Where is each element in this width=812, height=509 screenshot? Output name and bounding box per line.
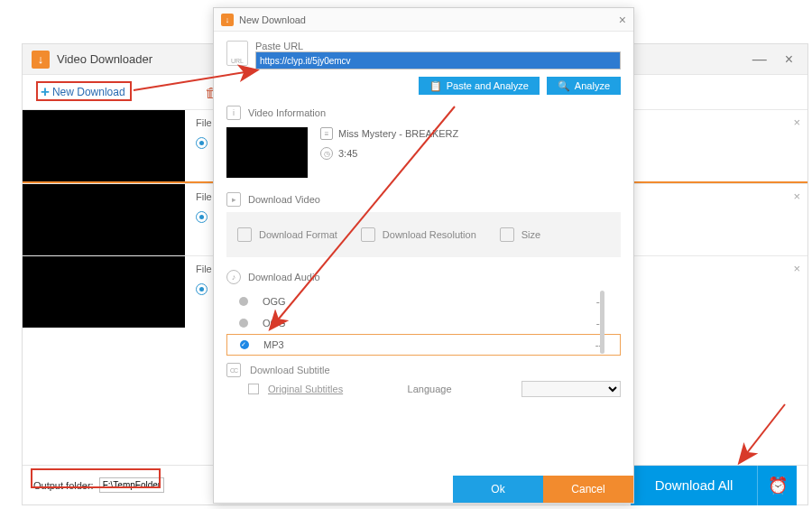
radio-selected-icon [240,340,249,349]
scrollbar[interactable] [600,291,604,354]
video-title: Miss Mystery - BREAKERZ [338,128,458,139]
close-button[interactable]: × [785,51,793,68]
paste-url-label: Paste URL [255,41,621,51]
output-folder-label: Output folder: [33,480,94,491]
resolution-icon [361,227,375,242]
url-input[interactable] [255,51,621,69]
plus-icon: + [41,83,50,101]
original-subtitles-checkbox[interactable] [248,384,259,394]
video-thumbnail [226,127,308,178]
audio-options: OGG -- OGG -- MP3 -- [226,290,621,356]
info-icon: i [226,106,241,120]
video-info: ≡ Miss Mystery - BREAKERZ ◷ 3:45 [226,127,621,178]
format-icon [237,227,252,242]
original-subtitles-label: Original Subtitles [268,384,343,394]
minimize-button[interactable]: — [752,51,767,68]
audio-option[interactable]: OGG -- [226,312,621,334]
language-select[interactable] [521,381,621,397]
download-subtitle-label: Download Subtitle [250,365,330,375]
cancel-button[interactable]: Cancel [543,476,633,503]
analyze-button[interactable]: 🔍 Analyze [547,77,621,95]
new-download-button[interactable]: + New Download [33,81,133,103]
audio-section-icon: ♪ [226,270,241,284]
dialog-titlebar: ↓ New Download × [214,8,633,32]
audio-icon [196,283,208,295]
radio-icon [239,297,248,306]
video-icon: ▸ [226,192,241,207]
download-audio-label: Download Audio [248,272,320,282]
audio-icon [196,137,208,149]
ok-button[interactable]: Ok [453,476,543,503]
output-folder-input[interactable] [99,477,164,493]
dialog-icon: ↓ [221,14,234,26]
audio-icon [196,211,208,223]
download-all-button[interactable]: Download All [631,466,757,505]
url-icon: URL [226,41,248,66]
new-download-label: New Download [52,86,125,98]
size-icon [500,227,514,242]
schedule-button[interactable]: ⏰ [757,466,797,505]
new-download-dialog: ↓ New Download × URL Paste URL 📋 Paste a… [213,7,634,504]
app-title: Video Downloader [57,52,152,66]
app-icon: ↓ [32,51,50,69]
paste-icon: 📋 [429,80,442,92]
video-duration: 3:45 [338,148,357,159]
clock-icon: ◷ [320,147,333,160]
language-label: Language [408,384,452,394]
remove-icon[interactable]: × [793,116,800,129]
title-icon: ≡ [320,127,333,140]
thumbnail [23,184,185,255]
dialog-close-button[interactable]: × [619,13,626,27]
cc-icon: CC [226,363,241,377]
search-icon: 🔍 [558,80,570,92]
paste-analyze-button[interactable]: 📋 Paste and Analyze [419,77,540,95]
audio-option-selected[interactable]: MP3 -- [226,334,621,356]
video-info-label: Video Information [248,107,326,118]
audio-option[interactable]: OGG -- [226,291,621,312]
video-options-header: Download Format Download Resolution Size [226,212,621,257]
thumbnail [23,110,185,181]
remove-icon[interactable]: × [793,190,800,203]
dialog-footer: Ok Cancel [214,476,633,503]
dialog-title: New Download [239,14,306,25]
remove-icon[interactable]: × [793,262,800,275]
download-video-label: Download Video [248,194,320,205]
thumbnail [23,256,185,328]
radio-icon [239,319,248,328]
